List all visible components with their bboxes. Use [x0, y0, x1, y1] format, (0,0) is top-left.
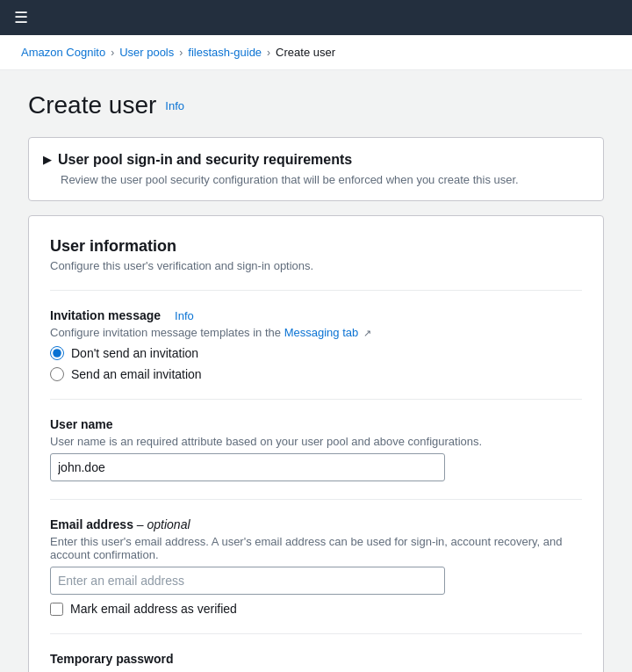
username-input[interactable] [50, 453, 445, 481]
messaging-tab-link[interactable]: Messaging tab [284, 326, 359, 339]
breadcrumb-sep-1: › [111, 47, 114, 59]
email-label: Email address [50, 517, 133, 531]
triangle-icon: ▶ [43, 154, 51, 166]
invitation-option-email-invite[interactable]: Send an email invitation [50, 367, 582, 381]
invitation-radio-group: Don't send an invitation Send an email i… [50, 346, 582, 381]
breadcrumb-sep-3: › [267, 47, 270, 59]
collapsible-header[interactable]: ▶ User pool sign-in and security require… [43, 152, 589, 168]
email-verified-checkbox[interactable] [50, 603, 63, 616]
breadcrumb-user-pools[interactable]: User pools [119, 46, 174, 59]
collapsible-section: ▶ User pool sign-in and security require… [28, 137, 604, 201]
breadcrumb-filestash-guide[interactable]: filestash-guide [188, 46, 262, 59]
invitation-info-link[interactable]: Info [175, 309, 194, 322]
radio-no-invite-label: Don't send an invitation [71, 346, 198, 360]
divider-4 [50, 633, 582, 634]
radio-email-invite-label: Send an email invitation [71, 367, 202, 381]
page-title: Create user [28, 91, 156, 119]
breadcrumb: Amazon Cognito › User pools › filestash-… [0, 35, 632, 70]
divider-2 [50, 399, 582, 400]
invitation-message-group: Invitation message Info Configure invita… [50, 308, 582, 381]
user-info-title: User information [50, 237, 582, 256]
divider-1 [50, 290, 582, 291]
temp-password-label: Temporary password [50, 652, 174, 666]
divider-3 [50, 499, 582, 500]
user-info-card: User information Configure this user's v… [28, 215, 604, 672]
invitation-option-no-invite[interactable]: Don't send an invitation [50, 346, 582, 360]
username-group: User name User name is an required attri… [50, 417, 582, 481]
temp-password-group: Temporary password Amazon Cognito will s… [50, 652, 582, 672]
page-info-link[interactable]: Info [165, 99, 184, 112]
collapsible-title: User pool sign-in and security requireme… [58, 152, 352, 168]
email-desc: Enter this user's email address. A user'… [50, 535, 582, 561]
email-optional-suffix: – optional [137, 517, 190, 531]
invitation-label: Invitation message [50, 308, 161, 322]
breadcrumb-current: Create user [276, 46, 335, 59]
breadcrumb-amazon-cognito[interactable]: Amazon Cognito [21, 46, 105, 59]
email-verified-label: Mark email address as verified [70, 602, 237, 616]
external-link-icon: ↗ [363, 328, 371, 338]
username-label: User name [50, 417, 113, 431]
email-input[interactable] [50, 567, 445, 595]
page-title-row: Create user Info [28, 91, 604, 119]
email-verified-checkbox-row: Mark email address as verified [50, 602, 582, 616]
radio-email-invite[interactable] [50, 367, 64, 381]
invitation-desc: Configure invitation message templates i… [50, 326, 582, 339]
breadcrumb-sep-2: › [179, 47, 183, 59]
hamburger-icon[interactable]: ☰ [14, 8, 28, 27]
user-info-desc: Configure this user's verification and s… [50, 259, 582, 272]
page-content: Create user Info ▶ User pool sign-in and… [0, 70, 632, 672]
email-group: Email address – optional Enter this user… [50, 517, 582, 616]
username-desc: User name is an required attribute based… [50, 435, 582, 448]
radio-no-invite[interactable] [50, 346, 64, 360]
collapsible-description: Review the user pool security configurat… [61, 173, 589, 186]
top-nav: ☰ [0, 0, 632, 35]
